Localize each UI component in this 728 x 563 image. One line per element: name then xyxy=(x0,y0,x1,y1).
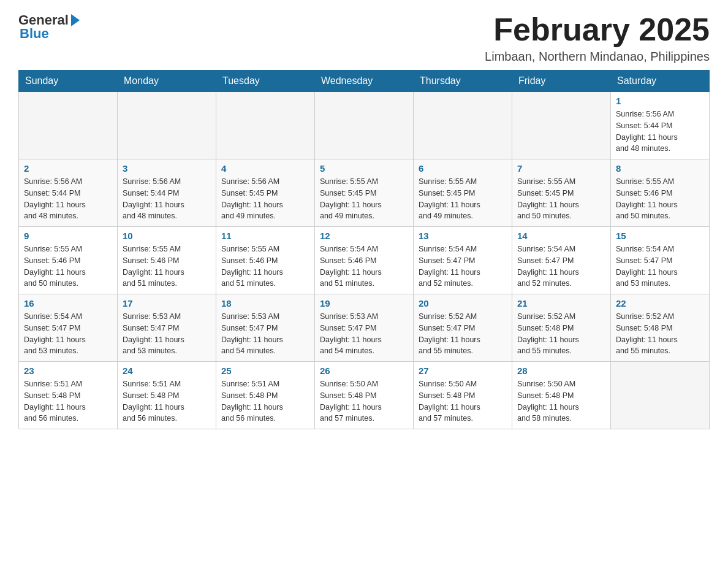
day-number: 9 xyxy=(24,231,112,241)
day-number: 13 xyxy=(419,231,507,241)
weekday-header: Friday xyxy=(512,71,611,92)
logo-arrow-icon xyxy=(71,14,80,26)
calendar-cell: 7Sunrise: 5:55 AM Sunset: 5:45 PM Daylig… xyxy=(512,159,611,227)
calendar-cell: 28Sunrise: 5:50 AM Sunset: 5:48 PM Dayli… xyxy=(512,362,611,429)
calendar-cell: 12Sunrise: 5:54 AM Sunset: 5:46 PM Dayli… xyxy=(315,227,414,294)
calendar-cell xyxy=(315,92,414,159)
day-number: 28 xyxy=(517,366,605,376)
day-info: Sunrise: 5:54 AM Sunset: 5:47 PM Dayligh… xyxy=(419,243,507,289)
day-info: Sunrise: 5:54 AM Sunset: 5:47 PM Dayligh… xyxy=(616,243,704,289)
calendar-cell: 17Sunrise: 5:53 AM Sunset: 5:47 PM Dayli… xyxy=(118,294,216,362)
day-number: 27 xyxy=(419,366,507,376)
calendar-cell: 27Sunrise: 5:50 AM Sunset: 5:48 PM Dayli… xyxy=(414,362,512,429)
calendar-week-row: 1Sunrise: 5:56 AM Sunset: 5:44 PM Daylig… xyxy=(19,92,710,159)
day-info: Sunrise: 5:54 AM Sunset: 5:47 PM Dayligh… xyxy=(517,243,605,289)
logo-blue-text: Blue xyxy=(20,26,49,42)
calendar-week-row: 16Sunrise: 5:54 AM Sunset: 5:47 PM Dayli… xyxy=(19,294,710,362)
title-section: February 2025 Limbaan, Northern Mindanao… xyxy=(485,12,710,64)
calendar-cell: 4Sunrise: 5:56 AM Sunset: 5:45 PM Daylig… xyxy=(216,159,315,227)
day-number: 5 xyxy=(320,163,408,174)
day-info: Sunrise: 5:51 AM Sunset: 5:48 PM Dayligh… xyxy=(123,378,211,424)
calendar-cell: 10Sunrise: 5:55 AM Sunset: 5:46 PM Dayli… xyxy=(118,227,216,294)
day-info: Sunrise: 5:55 AM Sunset: 5:46 PM Dayligh… xyxy=(221,243,309,289)
day-number: 4 xyxy=(221,163,309,174)
calendar-cell: 21Sunrise: 5:52 AM Sunset: 5:48 PM Dayli… xyxy=(512,294,611,362)
calendar-cell: 1Sunrise: 5:56 AM Sunset: 5:44 PM Daylig… xyxy=(611,92,710,159)
day-info: Sunrise: 5:54 AM Sunset: 5:46 PM Dayligh… xyxy=(320,243,408,289)
calendar-cell: 25Sunrise: 5:51 AM Sunset: 5:48 PM Dayli… xyxy=(216,362,315,429)
weekday-header: Wednesday xyxy=(315,71,414,92)
day-number: 10 xyxy=(123,231,211,241)
page-header: General Blue February 2025 Limbaan, Nort… xyxy=(18,12,710,64)
day-info: Sunrise: 5:55 AM Sunset: 5:46 PM Dayligh… xyxy=(616,176,704,222)
calendar-cell: 22Sunrise: 5:52 AM Sunset: 5:48 PM Dayli… xyxy=(611,294,710,362)
day-info: Sunrise: 5:55 AM Sunset: 5:45 PM Dayligh… xyxy=(419,176,507,222)
day-info: Sunrise: 5:51 AM Sunset: 5:48 PM Dayligh… xyxy=(221,378,309,424)
calendar-table: SundayMondayTuesdayWednesdayThursdayFrid… xyxy=(18,70,710,429)
day-number: 6 xyxy=(419,163,507,174)
day-number: 19 xyxy=(320,298,408,308)
day-number: 14 xyxy=(517,231,605,241)
day-number: 22 xyxy=(616,298,704,308)
calendar-cell: 2Sunrise: 5:56 AM Sunset: 5:44 PM Daylig… xyxy=(19,159,118,227)
day-number: 24 xyxy=(123,366,211,376)
location-text: Limbaan, Northern Mindanao, Philippines xyxy=(485,50,710,64)
day-info: Sunrise: 5:52 AM Sunset: 5:48 PM Dayligh… xyxy=(616,311,704,357)
weekday-header: Tuesday xyxy=(216,71,315,92)
weekday-header: Thursday xyxy=(414,71,512,92)
day-number: 23 xyxy=(24,366,112,376)
calendar-cell xyxy=(414,92,512,159)
weekday-header: Sunday xyxy=(19,71,118,92)
calendar-cell xyxy=(216,92,315,159)
day-number: 12 xyxy=(320,231,408,241)
calendar-cell: 6Sunrise: 5:55 AM Sunset: 5:45 PM Daylig… xyxy=(414,159,512,227)
calendar-cell: 16Sunrise: 5:54 AM Sunset: 5:47 PM Dayli… xyxy=(19,294,118,362)
day-number: 3 xyxy=(123,163,211,174)
weekday-header: Saturday xyxy=(611,71,710,92)
calendar-week-row: 9Sunrise: 5:55 AM Sunset: 5:46 PM Daylig… xyxy=(19,227,710,294)
day-info: Sunrise: 5:50 AM Sunset: 5:48 PM Dayligh… xyxy=(419,378,507,424)
calendar-cell: 13Sunrise: 5:54 AM Sunset: 5:47 PM Dayli… xyxy=(414,227,512,294)
day-number: 1 xyxy=(616,96,704,106)
day-info: Sunrise: 5:56 AM Sunset: 5:45 PM Dayligh… xyxy=(221,176,309,222)
day-info: Sunrise: 5:51 AM Sunset: 5:48 PM Dayligh… xyxy=(24,378,112,424)
day-info: Sunrise: 5:50 AM Sunset: 5:48 PM Dayligh… xyxy=(517,378,605,424)
day-info: Sunrise: 5:56 AM Sunset: 5:44 PM Dayligh… xyxy=(24,176,112,222)
day-number: 25 xyxy=(221,366,309,376)
day-info: Sunrise: 5:55 AM Sunset: 5:46 PM Dayligh… xyxy=(123,243,211,289)
day-info: Sunrise: 5:53 AM Sunset: 5:47 PM Dayligh… xyxy=(320,311,408,357)
calendar-cell: 18Sunrise: 5:53 AM Sunset: 5:47 PM Dayli… xyxy=(216,294,315,362)
month-title: February 2025 xyxy=(485,12,710,47)
day-number: 20 xyxy=(419,298,507,308)
day-number: 18 xyxy=(221,298,309,308)
logo: General Blue xyxy=(18,12,80,42)
calendar-cell: 20Sunrise: 5:52 AM Sunset: 5:47 PM Dayli… xyxy=(414,294,512,362)
calendar-cell: 24Sunrise: 5:51 AM Sunset: 5:48 PM Dayli… xyxy=(118,362,216,429)
calendar-cell: 11Sunrise: 5:55 AM Sunset: 5:46 PM Dayli… xyxy=(216,227,315,294)
day-number: 16 xyxy=(24,298,112,308)
day-info: Sunrise: 5:56 AM Sunset: 5:44 PM Dayligh… xyxy=(123,176,211,222)
day-number: 7 xyxy=(517,163,605,174)
calendar-week-row: 2Sunrise: 5:56 AM Sunset: 5:44 PM Daylig… xyxy=(19,159,710,227)
day-number: 15 xyxy=(616,231,704,241)
calendar-cell: 26Sunrise: 5:50 AM Sunset: 5:48 PM Dayli… xyxy=(315,362,414,429)
calendar-cell: 3Sunrise: 5:56 AM Sunset: 5:44 PM Daylig… xyxy=(118,159,216,227)
day-info: Sunrise: 5:52 AM Sunset: 5:47 PM Dayligh… xyxy=(419,311,507,357)
calendar-cell xyxy=(19,92,118,159)
calendar-week-row: 23Sunrise: 5:51 AM Sunset: 5:48 PM Dayli… xyxy=(19,362,710,429)
calendar-cell xyxy=(512,92,611,159)
day-number: 8 xyxy=(616,163,704,174)
day-info: Sunrise: 5:55 AM Sunset: 5:45 PM Dayligh… xyxy=(517,176,605,222)
calendar-cell: 23Sunrise: 5:51 AM Sunset: 5:48 PM Dayli… xyxy=(19,362,118,429)
calendar-cell: 14Sunrise: 5:54 AM Sunset: 5:47 PM Dayli… xyxy=(512,227,611,294)
day-number: 11 xyxy=(221,231,309,241)
day-info: Sunrise: 5:53 AM Sunset: 5:47 PM Dayligh… xyxy=(221,311,309,357)
day-info: Sunrise: 5:55 AM Sunset: 5:46 PM Dayligh… xyxy=(24,243,112,289)
weekday-header: Monday xyxy=(118,71,216,92)
calendar-header-row: SundayMondayTuesdayWednesdayThursdayFrid… xyxy=(19,71,710,92)
calendar-cell xyxy=(118,92,216,159)
day-number: 21 xyxy=(517,298,605,308)
day-info: Sunrise: 5:55 AM Sunset: 5:45 PM Dayligh… xyxy=(320,176,408,222)
calendar-cell: 8Sunrise: 5:55 AM Sunset: 5:46 PM Daylig… xyxy=(611,159,710,227)
day-number: 26 xyxy=(320,366,408,376)
